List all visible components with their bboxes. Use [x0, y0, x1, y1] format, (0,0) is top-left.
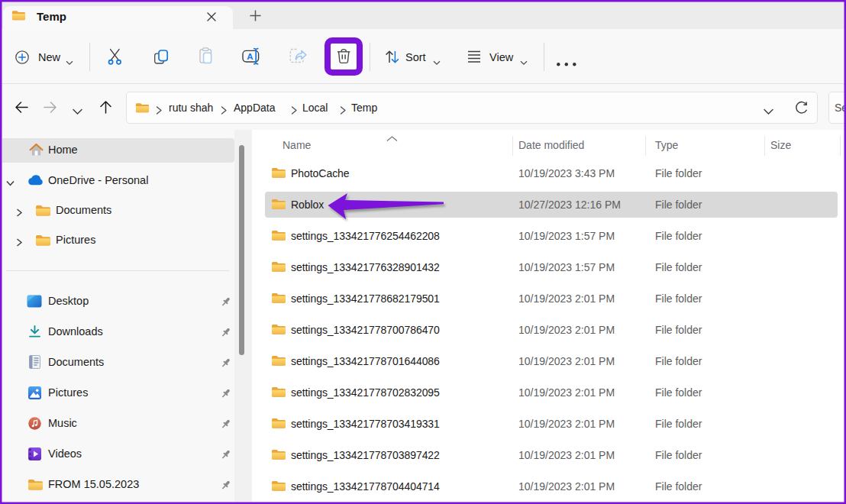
svg-text:A: A: [247, 52, 253, 61]
